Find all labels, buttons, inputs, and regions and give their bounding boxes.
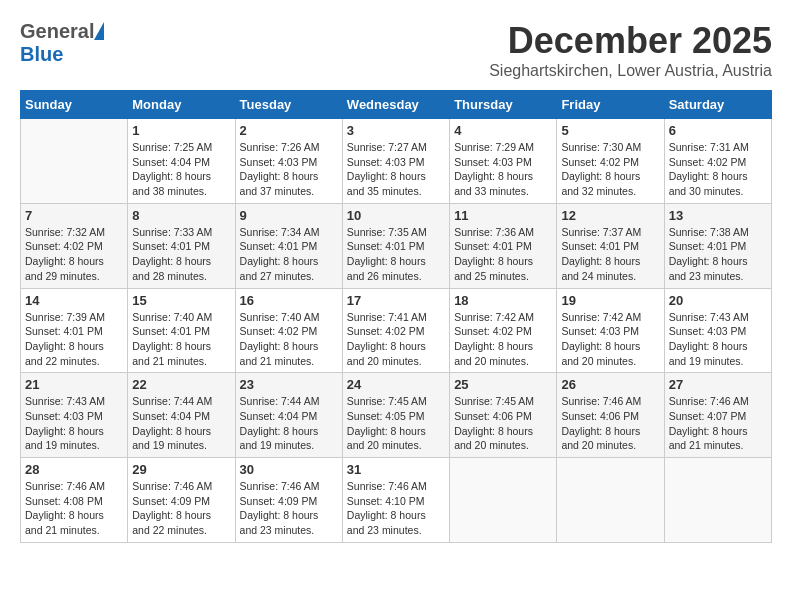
day-content: Sunrise: 7:45 AMSunset: 4:05 PMDaylight:… <box>347 394 445 453</box>
day-content: Sunrise: 7:40 AMSunset: 4:01 PMDaylight:… <box>132 310 230 369</box>
calendar-cell: 17Sunrise: 7:41 AMSunset: 4:02 PMDayligh… <box>342 288 449 373</box>
day-content: Sunrise: 7:43 AMSunset: 4:03 PMDaylight:… <box>669 310 767 369</box>
weekday-header-row: SundayMondayTuesdayWednesdayThursdayFrid… <box>21 91 772 119</box>
calendar-cell: 23Sunrise: 7:44 AMSunset: 4:04 PMDayligh… <box>235 373 342 458</box>
day-content: Sunrise: 7:26 AMSunset: 4:03 PMDaylight:… <box>240 140 338 199</box>
calendar-cell: 15Sunrise: 7:40 AMSunset: 4:01 PMDayligh… <box>128 288 235 373</box>
day-content: Sunrise: 7:46 AMSunset: 4:07 PMDaylight:… <box>669 394 767 453</box>
calendar-cell <box>21 119 128 204</box>
day-number: 10 <box>347 208 445 223</box>
title-block: December 2025 Sieghartskirchen, Lower Au… <box>489 20 772 80</box>
day-content: Sunrise: 7:44 AMSunset: 4:04 PMDaylight:… <box>240 394 338 453</box>
day-content: Sunrise: 7:46 AMSunset: 4:09 PMDaylight:… <box>240 479 338 538</box>
calendar-cell: 27Sunrise: 7:46 AMSunset: 4:07 PMDayligh… <box>664 373 771 458</box>
weekday-header-friday: Friday <box>557 91 664 119</box>
day-content: Sunrise: 7:34 AMSunset: 4:01 PMDaylight:… <box>240 225 338 284</box>
day-content: Sunrise: 7:30 AMSunset: 4:02 PMDaylight:… <box>561 140 659 199</box>
calendar-cell: 5Sunrise: 7:30 AMSunset: 4:02 PMDaylight… <box>557 119 664 204</box>
calendar-cell: 31Sunrise: 7:46 AMSunset: 4:10 PMDayligh… <box>342 458 449 543</box>
day-number: 9 <box>240 208 338 223</box>
day-content: Sunrise: 7:42 AMSunset: 4:02 PMDaylight:… <box>454 310 552 369</box>
calendar-cell: 13Sunrise: 7:38 AMSunset: 4:01 PMDayligh… <box>664 203 771 288</box>
day-number: 13 <box>669 208 767 223</box>
calendar-cell: 30Sunrise: 7:46 AMSunset: 4:09 PMDayligh… <box>235 458 342 543</box>
calendar-cell: 7Sunrise: 7:32 AMSunset: 4:02 PMDaylight… <box>21 203 128 288</box>
day-number: 22 <box>132 377 230 392</box>
calendar-cell: 6Sunrise: 7:31 AMSunset: 4:02 PMDaylight… <box>664 119 771 204</box>
day-content: Sunrise: 7:36 AMSunset: 4:01 PMDaylight:… <box>454 225 552 284</box>
calendar-week-row: 7Sunrise: 7:32 AMSunset: 4:02 PMDaylight… <box>21 203 772 288</box>
calendar-week-row: 28Sunrise: 7:46 AMSunset: 4:08 PMDayligh… <box>21 458 772 543</box>
weekday-header-tuesday: Tuesday <box>235 91 342 119</box>
day-number: 29 <box>132 462 230 477</box>
weekday-header-thursday: Thursday <box>450 91 557 119</box>
day-number: 12 <box>561 208 659 223</box>
logo: General Blue <box>20 20 104 66</box>
day-number: 19 <box>561 293 659 308</box>
weekday-header-monday: Monday <box>128 91 235 119</box>
logo-general: General <box>20 20 94 43</box>
day-number: 24 <box>347 377 445 392</box>
day-number: 14 <box>25 293 123 308</box>
weekday-header-wednesday: Wednesday <box>342 91 449 119</box>
day-number: 15 <box>132 293 230 308</box>
day-number: 11 <box>454 208 552 223</box>
calendar-week-row: 1Sunrise: 7:25 AMSunset: 4:04 PMDaylight… <box>21 119 772 204</box>
day-content: Sunrise: 7:43 AMSunset: 4:03 PMDaylight:… <box>25 394 123 453</box>
day-content: Sunrise: 7:27 AMSunset: 4:03 PMDaylight:… <box>347 140 445 199</box>
day-content: Sunrise: 7:31 AMSunset: 4:02 PMDaylight:… <box>669 140 767 199</box>
calendar-table: SundayMondayTuesdayWednesdayThursdayFrid… <box>20 90 772 543</box>
calendar-cell: 24Sunrise: 7:45 AMSunset: 4:05 PMDayligh… <box>342 373 449 458</box>
day-content: Sunrise: 7:35 AMSunset: 4:01 PMDaylight:… <box>347 225 445 284</box>
day-content: Sunrise: 7:38 AMSunset: 4:01 PMDaylight:… <box>669 225 767 284</box>
day-number: 16 <box>240 293 338 308</box>
page-header: General Blue December 2025 Sieghartskirc… <box>20 20 772 80</box>
day-content: Sunrise: 7:46 AMSunset: 4:08 PMDaylight:… <box>25 479 123 538</box>
calendar-week-row: 21Sunrise: 7:43 AMSunset: 4:03 PMDayligh… <box>21 373 772 458</box>
calendar-body: 1Sunrise: 7:25 AMSunset: 4:04 PMDaylight… <box>21 119 772 543</box>
logo-blue: Blue <box>20 43 63 66</box>
day-number: 3 <box>347 123 445 138</box>
calendar-cell: 3Sunrise: 7:27 AMSunset: 4:03 PMDaylight… <box>342 119 449 204</box>
calendar-cell: 2Sunrise: 7:26 AMSunset: 4:03 PMDaylight… <box>235 119 342 204</box>
day-number: 30 <box>240 462 338 477</box>
day-number: 23 <box>240 377 338 392</box>
day-content: Sunrise: 7:41 AMSunset: 4:02 PMDaylight:… <box>347 310 445 369</box>
day-number: 28 <box>25 462 123 477</box>
day-content: Sunrise: 7:40 AMSunset: 4:02 PMDaylight:… <box>240 310 338 369</box>
day-number: 21 <box>25 377 123 392</box>
day-number: 18 <box>454 293 552 308</box>
calendar-cell: 14Sunrise: 7:39 AMSunset: 4:01 PMDayligh… <box>21 288 128 373</box>
calendar-header: SundayMondayTuesdayWednesdayThursdayFrid… <box>21 91 772 119</box>
calendar-cell: 29Sunrise: 7:46 AMSunset: 4:09 PMDayligh… <box>128 458 235 543</box>
day-content: Sunrise: 7:45 AMSunset: 4:06 PMDaylight:… <box>454 394 552 453</box>
location-subtitle: Sieghartskirchen, Lower Austria, Austria <box>489 62 772 80</box>
day-number: 7 <box>25 208 123 223</box>
day-content: Sunrise: 7:46 AMSunset: 4:10 PMDaylight:… <box>347 479 445 538</box>
day-number: 26 <box>561 377 659 392</box>
calendar-cell: 20Sunrise: 7:43 AMSunset: 4:03 PMDayligh… <box>664 288 771 373</box>
calendar-cell: 25Sunrise: 7:45 AMSunset: 4:06 PMDayligh… <box>450 373 557 458</box>
calendar-week-row: 14Sunrise: 7:39 AMSunset: 4:01 PMDayligh… <box>21 288 772 373</box>
weekday-header-sunday: Sunday <box>21 91 128 119</box>
calendar-cell: 1Sunrise: 7:25 AMSunset: 4:04 PMDaylight… <box>128 119 235 204</box>
calendar-cell <box>557 458 664 543</box>
calendar-cell: 11Sunrise: 7:36 AMSunset: 4:01 PMDayligh… <box>450 203 557 288</box>
calendar-cell: 28Sunrise: 7:46 AMSunset: 4:08 PMDayligh… <box>21 458 128 543</box>
day-number: 2 <box>240 123 338 138</box>
calendar-cell <box>664 458 771 543</box>
month-year-title: December 2025 <box>489 20 772 62</box>
day-number: 31 <box>347 462 445 477</box>
logo-triangle-icon <box>94 22 104 40</box>
day-content: Sunrise: 7:29 AMSunset: 4:03 PMDaylight:… <box>454 140 552 199</box>
calendar-cell: 9Sunrise: 7:34 AMSunset: 4:01 PMDaylight… <box>235 203 342 288</box>
day-content: Sunrise: 7:32 AMSunset: 4:02 PMDaylight:… <box>25 225 123 284</box>
day-number: 25 <box>454 377 552 392</box>
day-content: Sunrise: 7:25 AMSunset: 4:04 PMDaylight:… <box>132 140 230 199</box>
day-number: 4 <box>454 123 552 138</box>
calendar-cell: 12Sunrise: 7:37 AMSunset: 4:01 PMDayligh… <box>557 203 664 288</box>
calendar-cell: 10Sunrise: 7:35 AMSunset: 4:01 PMDayligh… <box>342 203 449 288</box>
calendar-cell: 18Sunrise: 7:42 AMSunset: 4:02 PMDayligh… <box>450 288 557 373</box>
day-content: Sunrise: 7:46 AMSunset: 4:06 PMDaylight:… <box>561 394 659 453</box>
calendar-cell: 19Sunrise: 7:42 AMSunset: 4:03 PMDayligh… <box>557 288 664 373</box>
